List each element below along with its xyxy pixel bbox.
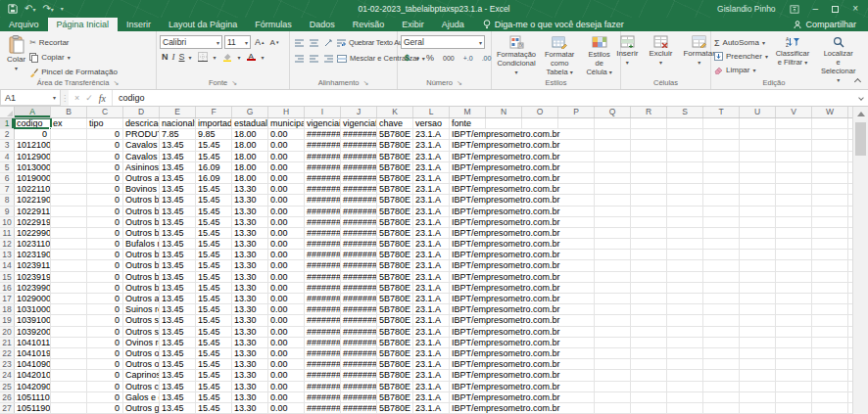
cell-V14[interactable] [776,260,812,270]
cell-T11[interactable] [703,228,740,238]
cell-H24[interactable]: 0.00 [268,370,305,380]
row-header-27[interactable]: 27 [0,403,15,413]
cell-W10[interactable] [812,217,848,227]
cell-H26[interactable]: 0.00 [268,392,305,402]
ribbon-display-options-icon[interactable] [790,5,799,14]
cell-Q16[interactable] [595,283,631,293]
cell-E2[interactable]: 7.85 [160,129,196,139]
share-button[interactable]: Compartilhar [794,18,868,31]
row-header-22[interactable]: 22 [0,348,15,358]
cell-T10[interactable] [703,217,740,227]
cell-I18[interactable]: ######## [305,304,341,314]
cell-R15[interactable] [631,272,667,282]
cell-K10[interactable]: 5B780E [377,217,413,227]
cell-J10[interactable]: ######## [341,217,377,227]
cell-W7[interactable] [812,184,848,194]
cell-F19[interactable]: 15.45 [196,315,232,325]
cell-D27[interactable]: Outros gal [123,403,160,413]
cell-E10[interactable]: 13.45 [160,217,196,227]
close-button[interactable]: × [852,4,858,14]
col-header-A[interactable]: A [15,107,51,117]
tab-pagina-inicial[interactable]: Página Inicial [48,18,119,31]
cell-M24[interactable]: IBPT/empresometro.com.br [450,370,486,380]
cell-A20[interactable]: 1039200 [15,327,51,337]
minimize-button[interactable]: – [813,4,819,14]
cell-Q8[interactable] [595,195,631,205]
cell-V18[interactable] [776,304,812,314]
cell-B19[interactable] [51,315,87,325]
cell-M7[interactable]: IBPT/empresometro.com.br [450,184,486,194]
cell-T4[interactable] [703,152,740,161]
cell-W2[interactable] [812,129,848,139]
cell-E27[interactable]: 13.45 [160,403,196,413]
cell-M18[interactable]: IBPT/empresometro.com.br [450,304,486,314]
cell-L19[interactable]: 23.1.A [413,315,450,325]
cell-Q25[interactable] [595,382,631,391]
cell-A21[interactable]: 1041011 [15,338,51,347]
col-header-V[interactable]: V [776,107,812,117]
cell-U3[interactable] [740,140,776,150]
row-header-25[interactable]: 25 [0,382,15,391]
cell-F4[interactable]: 15.45 [196,152,232,161]
cell-J13[interactable]: ######## [341,250,377,259]
cell-B15[interactable] [51,272,87,282]
cell-L12[interactable]: 23.1.A [413,239,450,249]
cell-L14[interactable]: 23.1.A [413,260,450,270]
cell-L3[interactable]: 23.1.A [413,140,450,150]
cell-B23[interactable] [51,359,87,369]
cell-V27[interactable] [776,403,812,413]
row-header-3[interactable]: 3 [0,140,15,150]
cell-Q15[interactable] [595,272,631,282]
cell-P1[interactable] [558,118,595,128]
cell-L4[interactable]: 23.1.A [413,152,450,161]
cell-E22[interactable]: 13.45 [160,348,196,358]
cell-U15[interactable] [740,272,776,282]
cell-M9[interactable]: IBPT/empresometro.com.br [450,207,486,216]
cell-T23[interactable] [703,359,740,369]
cell-G13[interactable]: 13.30 [232,250,268,259]
user-name[interactable]: Gislandio Pinho [717,4,776,14]
cell-E3[interactable]: 13.45 [160,140,196,150]
cell-S22[interactable] [667,348,703,358]
col-header-N[interactable]: N [486,107,522,117]
cell-W24[interactable] [812,370,848,380]
cell-F10[interactable]: 15.45 [196,217,232,227]
cell-D15[interactable]: Outros buf [123,272,160,282]
insert-function-icon[interactable]: fx [99,93,106,104]
cell-I10[interactable]: ######## [305,217,341,227]
cell-S26[interactable] [667,392,703,402]
cell-P20[interactable] [558,327,595,337]
tab-revisao[interactable]: Revisão [344,18,394,31]
cell-W15[interactable] [812,272,848,282]
cell-G27[interactable]: 13.30 [232,403,268,413]
cell-U25[interactable] [740,382,776,391]
cell-B5[interactable] [51,162,87,172]
tab-dados[interactable]: Dados [301,18,344,31]
cell-L8[interactable]: 23.1.A [413,195,450,205]
tab-arquivo[interactable]: Arquivo [0,18,48,31]
cell-K15[interactable]: 5B780E [377,272,413,282]
col-header-H[interactable]: H [268,107,305,117]
cell-R6[interactable] [631,173,667,183]
cell-Q5[interactable] [595,162,631,172]
cell-L27[interactable]: 23.1.A [413,403,450,413]
cell-W20[interactable] [812,327,848,337]
cell-D20[interactable]: Outros sui [123,327,160,337]
cell-B24[interactable] [51,370,87,380]
cell-M2[interactable]: IBPT/empresometro.com.br [450,129,486,139]
cell-E6[interactable]: 13.45 [160,173,196,183]
col-header-K[interactable]: K [377,107,413,117]
row-header-12[interactable]: 12 [0,239,15,249]
cell-C26[interactable]: 0 [87,392,123,402]
cell-C12[interactable]: 0 [87,239,123,249]
cell-I5[interactable]: ######## [305,162,341,172]
cell-Q13[interactable] [595,250,631,259]
cell-U13[interactable] [740,250,776,259]
conditional-formatting-button[interactable]: fx FormataçãoCondicional ▾ [495,33,538,79]
cell-V2[interactable] [776,129,812,139]
cell-K27[interactable]: 5B780E [377,403,413,413]
cell-L10[interactable]: 23.1.A [413,217,450,227]
cell-R9[interactable] [631,207,667,216]
cell-M15[interactable]: IBPT/empresometro.com.br [450,272,486,282]
cell-C19[interactable]: 0 [87,315,123,325]
